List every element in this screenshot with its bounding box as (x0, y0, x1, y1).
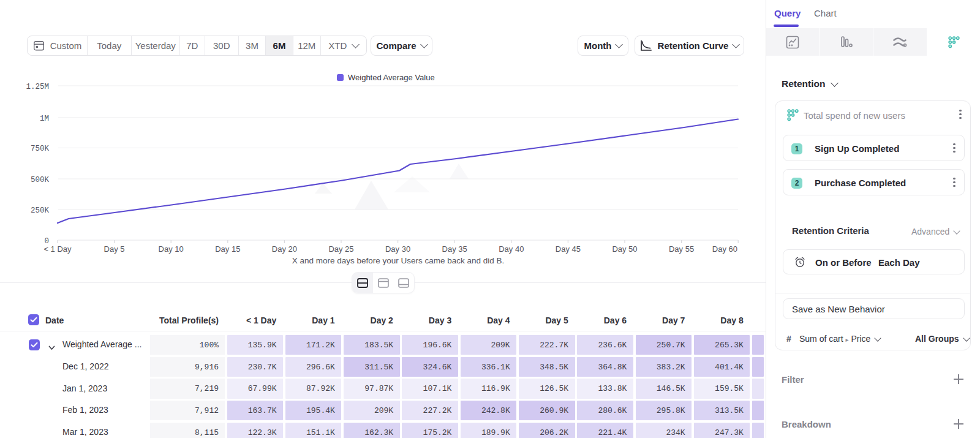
svg-text:Day 35: Day 35 (442, 244, 467, 254)
svg-text:Day 45: Day 45 (556, 244, 581, 254)
svg-text:750K: 750K (31, 145, 50, 153)
svg-text:Day 5: Day 5 (104, 244, 125, 254)
svg-text:1M: 1M (40, 115, 49, 123)
svg-text:Day 15: Day 15 (215, 244, 240, 254)
svg-text:1.25M: 1.25M (26, 83, 49, 91)
svg-text:250K: 250K (31, 206, 50, 215)
svg-text:Day 25: Day 25 (328, 244, 353, 254)
svg-text:X and more days before your Us: X and more days before your Users came b… (292, 256, 505, 265)
svg-text:Day 50: Day 50 (612, 244, 637, 254)
svg-text:Day 40: Day 40 (499, 244, 524, 254)
svg-text:Day 20: Day 20 (272, 244, 297, 254)
svg-text:500K: 500K (31, 176, 50, 184)
svg-text:Day 55: Day 55 (669, 244, 694, 254)
svg-text:Day 60: Day 60 (712, 244, 737, 254)
svg-text:< 1 Day: < 1 Day (43, 244, 72, 254)
svg-text:Day 10: Day 10 (159, 244, 184, 254)
svg-text:Day 30: Day 30 (385, 244, 410, 254)
